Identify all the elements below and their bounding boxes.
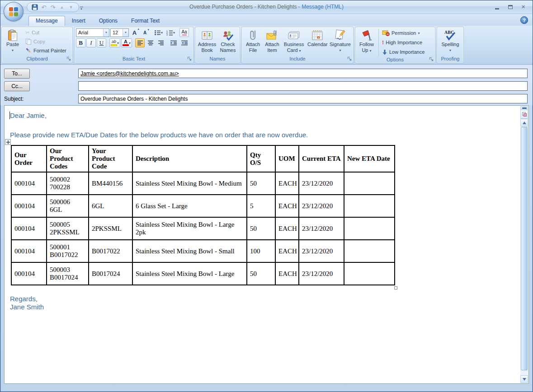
table-cell[interactable]: 23/12/2020	[299, 195, 344, 217]
align-left-button[interactable]	[135, 38, 145, 47]
underline-button[interactable]: U	[97, 38, 106, 47]
table-cell[interactable]: 23/12/2020	[299, 262, 344, 285]
numbering-button[interactable]: 123 ▾	[165, 28, 176, 37]
table-cell[interactable]: 50	[247, 217, 275, 240]
table-cell[interactable]: 5	[247, 195, 275, 217]
business-card-button[interactable]: Business Card ▾	[282, 28, 307, 56]
tab-insert[interactable]: Insert	[65, 16, 92, 26]
scrollbar-track[interactable]	[520, 126, 528, 375]
table-cell[interactable]	[344, 172, 395, 195]
table-header-cell[interactable]: Your Product Code	[89, 145, 132, 172]
bullets-button[interactable]: ▾	[153, 28, 164, 37]
subject-input[interactable]: Overdue Purchase Orders - Kitchen Deligh…	[78, 94, 528, 103]
table-cell[interactable]: 500002 700228	[47, 172, 89, 195]
table-cell[interactable]: Stainless Steel Mixing Bowl - Large	[132, 262, 247, 285]
table-cell[interactable]	[344, 240, 395, 262]
bold-button[interactable]: B	[76, 38, 85, 47]
clear-formatting-button[interactable]: Aa	[179, 28, 189, 37]
intro-text[interactable]: Please provide new ETA/Due Dates for the…	[10, 131, 520, 139]
format-painter-button[interactable]: Format Painter	[24, 46, 68, 55]
italic-button[interactable]: I	[86, 38, 96, 47]
scrollbar-thumb[interactable]	[521, 127, 528, 370]
table-header-cell[interactable]: Description	[132, 145, 247, 172]
table-header-cell[interactable]: Our Order	[11, 145, 47, 172]
table-cell[interactable]: EACH	[275, 262, 299, 285]
closing-text[interactable]: Regards, Jane Smith	[10, 295, 520, 311]
table-cell[interactable]: 6 Glass Set - Large	[132, 195, 247, 217]
permission-button[interactable]: Permission ▾	[381, 28, 426, 37]
ruler-toggle-button[interactable]	[520, 110, 528, 119]
to-button[interactable]: To...	[4, 69, 30, 79]
basic-text-dialog-launcher[interactable]	[187, 56, 192, 62]
align-center-button[interactable]	[146, 38, 155, 47]
table-cell[interactable]: 000104	[11, 217, 47, 240]
help-button[interactable]: ?	[520, 16, 528, 24]
copy-button[interactable]: Copy	[24, 37, 68, 46]
table-cell[interactable]: 500006 6GL	[47, 195, 89, 217]
decrease-indent-button[interactable]	[169, 38, 179, 47]
cc-button[interactable]: Cc...	[4, 81, 30, 91]
increase-indent-button[interactable]	[179, 38, 189, 47]
tab-format-text[interactable]: Format Text	[124, 16, 166, 26]
shrink-font-button[interactable]: A▼	[140, 28, 150, 37]
spelling-button[interactable]: ABC Spelling ▾	[439, 28, 462, 56]
to-recipient[interactable]: Jamie <orders@kitchendelights.com.au>	[80, 70, 179, 77]
maximize-button[interactable]	[505, 3, 516, 11]
font-name-combo[interactable]: Arial ▾	[76, 28, 109, 37]
table-resize-handle[interactable]	[394, 286, 397, 289]
align-right-button[interactable]	[156, 38, 165, 47]
cut-button[interactable]: ✂ Cut	[24, 28, 68, 37]
table-cell[interactable]: 100	[247, 240, 275, 262]
close-button[interactable]: ✕	[518, 3, 529, 11]
clipboard-dialog-launcher[interactable]	[66, 56, 71, 62]
table-cell[interactable]: 500005 2PKSSML	[47, 217, 89, 240]
table-cell[interactable]: Stainless Steel Mixing Bowl - Small	[132, 240, 247, 262]
scroll-down-button[interactable]	[520, 375, 528, 383]
cc-input[interactable]	[78, 81, 528, 91]
table-cell[interactable]: 000104	[11, 172, 47, 195]
attach-file-button[interactable]: Attach File	[243, 28, 263, 56]
to-input[interactable]: Jamie <orders@kitchendelights.com.au>	[78, 69, 528, 78]
table-cell[interactable]: B0017024	[89, 262, 132, 285]
table-cell[interactable]: EACH	[275, 172, 299, 195]
table-cell[interactable]: 2PKSSML	[89, 217, 132, 240]
table-cell[interactable]: 000104	[11, 195, 47, 217]
split-handle[interactable]	[520, 106, 528, 110]
table-cell[interactable]: 500001 B0017022	[47, 240, 89, 262]
vertical-scrollbar[interactable]	[520, 106, 528, 383]
table-cell[interactable]: Stainless Steel Mixing Bowl - Large 2pk	[132, 217, 247, 240]
table-header-cell[interactable]: New ETA Date	[344, 145, 395, 172]
table-header-cell[interactable]: Current ETA	[299, 145, 344, 172]
low-importance-button[interactable]: Low Importance	[381, 47, 426, 56]
table-header-cell[interactable]: Our Product Codes	[47, 145, 89, 172]
attach-item-button[interactable]: Attach Item	[263, 28, 281, 56]
tab-options[interactable]: Options	[92, 16, 124, 26]
table-cell[interactable]: 50	[247, 262, 275, 285]
font-color-button[interactable]: A ▾	[121, 38, 132, 47]
address-book-button[interactable]: Address Book	[197, 28, 217, 56]
table-cell[interactable]: 23/12/2020	[299, 240, 344, 262]
font-size-combo[interactable]: 12 ▾	[110, 28, 129, 37]
table-cell[interactable]: 23/12/2020	[299, 217, 344, 240]
high-importance-button[interactable]: ! High Importance	[381, 38, 426, 47]
table-cell[interactable]: EACH	[275, 195, 299, 217]
include-dialog-launcher[interactable]	[347, 56, 352, 62]
table-cell[interactable]: EACH	[275, 240, 299, 262]
message-body-content[interactable]: Dear Jamie, Please provide new ETA/Due D…	[5, 106, 520, 383]
paste-button[interactable]: Paste ▾	[3, 28, 22, 56]
highlight-color-button[interactable]: ab ▾	[109, 38, 120, 47]
table-cell[interactable]: 000104	[11, 262, 47, 285]
scroll-up-button[interactable]	[520, 119, 528, 126]
table-cell[interactable]	[344, 262, 395, 285]
table-cell[interactable]: 500003 B0017024	[47, 262, 89, 285]
table-cell[interactable]	[344, 217, 395, 240]
table-cell[interactable]: 23/12/2020	[299, 172, 344, 195]
greeting-text[interactable]: Dear Jamie,	[10, 112, 520, 119]
table-cell[interactable]: 6GL	[89, 195, 132, 217]
calendar-button[interactable]: Calendar	[307, 28, 329, 56]
check-names-button[interactable]: Check Names	[217, 28, 238, 56]
follow-up-button[interactable]: Follow Up ▾	[357, 28, 377, 56]
table-cell[interactable]: BM440156	[89, 172, 132, 195]
grow-font-button[interactable]: A▲	[130, 28, 139, 37]
table-cell[interactable]	[344, 195, 395, 217]
